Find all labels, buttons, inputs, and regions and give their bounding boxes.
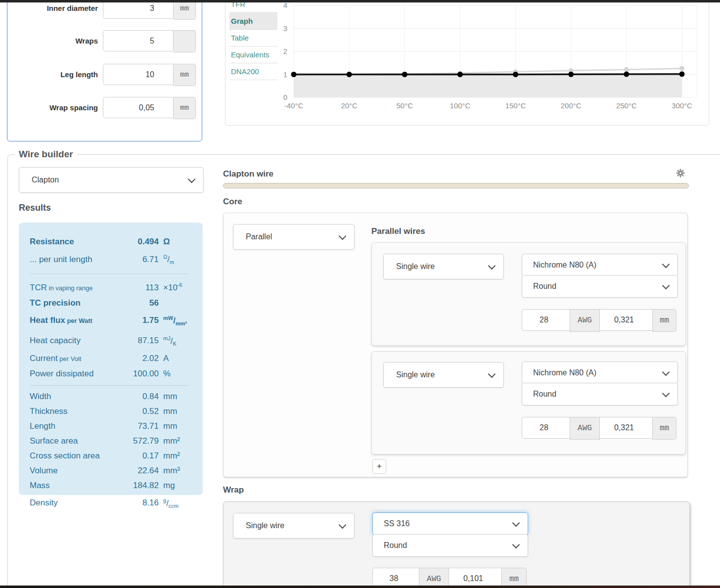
result-label: Cross section area	[30, 449, 142, 463]
result-value: 100.00	[133, 366, 159, 381]
unit-addon: mm	[174, 97, 196, 119]
inner-diameter-label: Inner diameter	[7, 0, 98, 19]
tfr-chart-card: TFR Graph Table Equivalents DNA200 01234…	[225, 0, 709, 126]
result-row: Current per Volt2.02A	[30, 351, 189, 366]
leg-length-label: Leg length	[7, 64, 98, 85]
tab-table[interactable]: Table	[229, 30, 277, 46]
result-label: Current per Volt	[30, 351, 142, 366]
result-row: Heat capacity87.15mJ/K	[30, 331, 189, 351]
chevron-down-icon	[488, 262, 496, 270]
result-label: Thickness	[30, 404, 142, 419]
unit-addon: mm	[174, 64, 196, 86]
result-row: Resistance0.494Ω	[30, 234, 189, 249]
tfr-graph: 01234-40°C20°C50°C100°C150°C200°C250°C30…	[277, 0, 703, 115]
unit-addon: mm	[174, 0, 196, 20]
result-unit: Ω	[159, 234, 189, 249]
result-label: TC precision	[30, 296, 149, 311]
form-row: Wrap spacing mm	[7, 97, 202, 118]
svg-text:100°C: 100°C	[450, 101, 470, 110]
core-wire-type-value-1: Single wire	[396, 254, 435, 279]
core-wire-type-select-1[interactable]: Single wire	[383, 254, 504, 279]
diameter-input-1[interactable]	[599, 309, 653, 331]
wire-type-value: Clapton	[32, 168, 59, 192]
result-label: Width	[30, 389, 142, 404]
result-row: TC precision56	[30, 296, 189, 311]
svg-text:0: 0	[283, 93, 287, 101]
result-row: Cross section area0.17mm²	[30, 449, 189, 463]
unit-addon	[174, 30, 196, 52]
wire-builder-legend: Wire builder	[15, 149, 77, 160]
svg-text:1: 1	[283, 70, 287, 79]
result-value: 0.494	[137, 234, 159, 249]
wrap-wire-type-select[interactable]: Single wire	[233, 513, 355, 539]
svg-text:3: 3	[283, 24, 287, 33]
result-value: 0.52	[142, 404, 159, 419]
result-unit: mm	[159, 419, 189, 434]
wrap-shape-value: Round	[384, 535, 407, 556]
wrap-gauge-input[interactable]	[372, 568, 419, 588]
wrap-spacing-field[interactable]	[103, 97, 174, 118]
result-label: Power dissipated	[30, 366, 133, 381]
results-group: Width0.84mmThickness0.52mmLength73.71mmS…	[30, 385, 189, 513]
chevron-down-icon	[662, 368, 670, 376]
material-select-1[interactable]: Nichrome N80 (A)	[522, 254, 678, 276]
result-row: Density8.16g/ccm	[30, 493, 189, 513]
mm-addon: mm	[652, 309, 676, 332]
result-value: 73.71	[137, 419, 159, 434]
shape-select-1[interactable]: Round	[522, 275, 678, 298]
shape-select-2[interactable]: Round	[522, 383, 678, 406]
gauge-input-1[interactable]	[522, 309, 570, 331]
result-value: 56	[149, 296, 159, 311]
settings-gear-icon[interactable]	[675, 168, 685, 178]
core-wire-type-value-2: Single wire	[396, 362, 435, 387]
chevron-down-icon	[512, 519, 520, 527]
chevron-down-icon	[512, 541, 520, 549]
wraps-field[interactable]	[103, 30, 174, 51]
parallel-wires-heading: Parallel wires	[371, 226, 425, 236]
core-wire-type-select-2[interactable]: Single wire	[383, 362, 504, 388]
wrap-heading: Wrap	[223, 485, 244, 495]
gauge-input-2[interactable]	[522, 417, 570, 439]
result-row: Power dissipated100.00%	[30, 366, 189, 381]
result-unit: mm³	[159, 463, 189, 478]
gauge-diameter-group-2: AWG mm	[522, 417, 676, 439]
result-row: Surface area572.79mm²	[30, 434, 189, 449]
result-unit: %	[159, 366, 189, 381]
core-mode-select[interactable]: Parallel	[233, 224, 355, 250]
svg-text:-40°C: -40°C	[284, 101, 304, 110]
svg-text:150°C: 150°C	[505, 101, 526, 110]
inner-diameter-field[interactable]	[103, 0, 174, 19]
result-value: 22.64	[137, 463, 159, 478]
result-unit: mg	[159, 478, 189, 493]
wrap-material-select[interactable]: SS 316	[372, 512, 528, 535]
result-unit: mm	[159, 389, 189, 404]
shape-value-1: Round	[533, 275, 556, 297]
svg-text:200°C: 200°C	[561, 101, 582, 110]
add-wire-button[interactable]: +	[372, 459, 386, 474]
tab-dna200[interactable]: DNA200	[229, 63, 277, 80]
results-panel: Resistance0.494Ω... per unit length6.71Ω…	[19, 223, 203, 495]
bottom-edge-bar	[0, 586, 720, 588]
leg-length-field[interactable]	[103, 64, 174, 85]
results-group: Resistance0.494Ω... per unit length6.71Ω…	[30, 234, 189, 270]
chevron-down-icon	[662, 390, 670, 398]
material-select-2[interactable]: Nichrome N80 (A)	[522, 362, 678, 384]
tab-graph[interactable]: Graph	[229, 13, 277, 30]
core-mode-value: Parallel	[246, 225, 272, 249]
chevron-down-icon	[488, 370, 496, 378]
material-value-1: Nichrome N80 (A)	[533, 254, 596, 276]
chevron-down-icon	[339, 232, 347, 240]
form-row: Inner diameter mm	[7, 0, 202, 19]
result-label: Mass	[30, 478, 133, 493]
wire-type-select[interactable]: Clapton	[19, 167, 204, 193]
wrap-diameter-input[interactable]	[449, 568, 502, 588]
wrap-material-value: SS 316	[384, 513, 409, 535]
diameter-input-2[interactable]	[599, 417, 653, 439]
result-value: 1.75	[142, 313, 159, 328]
chevron-down-icon	[662, 282, 670, 290]
wrap-shape-select[interactable]: Round	[372, 534, 528, 557]
tab-equivalents[interactable]: Equivalents	[229, 46, 277, 63]
wrap-gauge-diameter-group: AWG mm	[372, 568, 527, 588]
result-label: Length	[30, 419, 137, 434]
result-row: Mass184.82mg	[30, 478, 189, 493]
